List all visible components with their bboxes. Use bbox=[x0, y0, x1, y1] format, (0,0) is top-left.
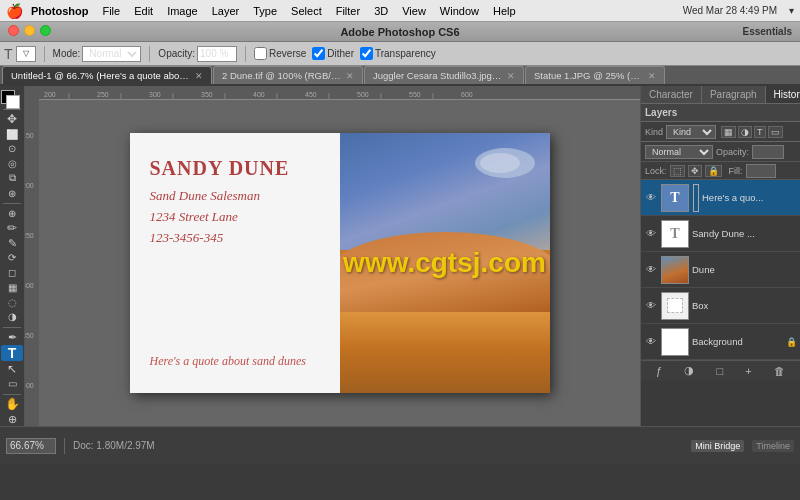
new-layer-btn[interactable]: + bbox=[745, 365, 751, 377]
tool-shape[interactable]: ▭ bbox=[1, 377, 23, 391]
menubar: 🍎 Photoshop File Edit Image Layer Type S… bbox=[0, 0, 800, 22]
layers-panel: Layers Kind Kind ▦ ◑ T ▭ Normal bbox=[641, 104, 800, 426]
layer-item-4[interactable]: 👁 Background 🔒 bbox=[641, 324, 800, 360]
layer-eye-1[interactable]: 👁 bbox=[644, 227, 658, 241]
tool-eraser[interactable]: ◻ bbox=[1, 266, 23, 280]
lock-pixel-btn[interactable]: ⬚ bbox=[670, 165, 685, 177]
tool-preset-icon: T bbox=[4, 46, 13, 62]
mini-bridge-tab[interactable]: Mini Bridge bbox=[691, 440, 744, 452]
transparency-check[interactable] bbox=[360, 47, 373, 60]
menu-layer[interactable]: Layer bbox=[206, 3, 246, 19]
canvas-content[interactable]: SANDY DUNE Sand Dune Salesman 1234 Stree… bbox=[39, 100, 640, 426]
reverse-checkbox[interactable]: Reverse bbox=[254, 47, 306, 60]
close-button[interactable] bbox=[8, 25, 19, 36]
tool-history-brush[interactable]: ⟳ bbox=[1, 251, 23, 265]
tool-quick-select[interactable]: ◎ bbox=[1, 157, 23, 171]
menu-filter[interactable]: Filter bbox=[330, 3, 366, 19]
doc-name: SANDY DUNE bbox=[150, 157, 320, 180]
layer-thumb-3 bbox=[661, 292, 689, 320]
opacity-value[interactable]: 100% bbox=[752, 145, 784, 159]
menu-help[interactable]: Help bbox=[487, 3, 522, 19]
layer-eye-3[interactable]: 👁 bbox=[644, 299, 658, 313]
tool-path-select[interactable]: ↖ bbox=[1, 362, 23, 376]
new-group-btn[interactable]: □ bbox=[717, 365, 724, 377]
tab-close-0[interactable]: ✕ bbox=[195, 71, 203, 81]
timeline-tab[interactable]: Timeline bbox=[752, 440, 794, 452]
menu-select[interactable]: Select bbox=[285, 3, 328, 19]
layer-item-3[interactable]: 👁 Box bbox=[641, 288, 800, 324]
tool-pen[interactable]: ✒ bbox=[1, 330, 23, 344]
opacity-input[interactable] bbox=[197, 46, 237, 62]
tool-crop[interactable]: ⧉ bbox=[1, 172, 23, 186]
blend-mode-select[interactable]: Normal bbox=[645, 145, 713, 159]
tool-heal[interactable]: ⊕ bbox=[1, 207, 23, 221]
datetime-display: Wed Mar 28 4:49 PM bbox=[683, 5, 777, 16]
layer-thumb-2 bbox=[661, 256, 689, 284]
minimize-button[interactable] bbox=[24, 25, 35, 36]
layer-eye-2[interactable]: 👁 bbox=[644, 263, 658, 277]
tool-move[interactable]: ✥ bbox=[1, 112, 23, 126]
menu-type[interactable]: Type bbox=[247, 3, 283, 19]
filter-shape-icon[interactable]: ▭ bbox=[768, 126, 783, 138]
filter-pixel-icon[interactable]: ▦ bbox=[721, 126, 736, 138]
zoom-input[interactable] bbox=[6, 438, 56, 454]
menu-view[interactable]: View bbox=[396, 3, 432, 19]
lock-pos-btn[interactable]: ✥ bbox=[688, 165, 702, 177]
tab-close-3[interactable]: ✕ bbox=[648, 71, 656, 81]
svg-text:250: 250 bbox=[97, 91, 109, 98]
tool-eyedropper[interactable]: ⊛ bbox=[1, 186, 23, 200]
tab-1[interactable]: 2 Dune.tif @ 100% (RGB/8#) ✕ bbox=[213, 66, 363, 84]
menu-photoshop[interactable]: Photoshop bbox=[25, 3, 94, 19]
svg-text:600: 600 bbox=[461, 91, 473, 98]
tab-close-1[interactable]: ✕ bbox=[346, 71, 354, 81]
svg-text:300: 300 bbox=[25, 282, 34, 289]
tool-lasso[interactable]: ⊙ bbox=[1, 142, 23, 156]
menu-3d[interactable]: 3D bbox=[368, 3, 394, 19]
menu-file[interactable]: File bbox=[96, 3, 126, 19]
traffic-lights bbox=[8, 25, 51, 36]
layer-eye-4[interactable]: 👁 bbox=[644, 335, 658, 349]
tool-dodge[interactable]: ◑ bbox=[1, 310, 23, 324]
tab-close-2[interactable]: ✕ bbox=[507, 71, 515, 81]
add-mask-btn[interactable]: ◑ bbox=[684, 364, 694, 377]
menu-image[interactable]: Image bbox=[161, 3, 204, 19]
add-style-btn[interactable]: ƒ bbox=[656, 365, 662, 377]
tab-history[interactable]: History bbox=[766, 86, 800, 103]
tab-2[interactable]: Juggler Cesara Studillo3.jpg @ 50% (RGB/… bbox=[364, 66, 524, 84]
essentials-button[interactable]: Essentials bbox=[743, 26, 792, 37]
tab-character[interactable]: Character bbox=[641, 86, 702, 103]
filter-kind-select[interactable]: Kind bbox=[666, 125, 716, 139]
fill-value[interactable]: 100% bbox=[746, 164, 776, 178]
menu-window[interactable]: Window bbox=[434, 3, 485, 19]
layer-item-1[interactable]: 👁 T Sandy Dune ... bbox=[641, 216, 800, 252]
transparency-checkbox[interactable]: Transparency bbox=[360, 47, 436, 60]
layer-item-2[interactable]: 👁 Dune bbox=[641, 252, 800, 288]
tab-paragraph[interactable]: Paragraph bbox=[702, 86, 766, 103]
delete-layer-btn[interactable]: 🗑 bbox=[774, 365, 785, 377]
apple-menu[interactable]: 🍎 bbox=[6, 3, 23, 19]
color-swatch[interactable] bbox=[1, 90, 23, 104]
tab-0[interactable]: Untitled-1 @ 66.7% (Here's a quote about… bbox=[2, 66, 212, 84]
tool-zoom[interactable]: ⊕ bbox=[1, 412, 23, 426]
tab-3[interactable]: Statue 1.JPG @ 25% (RGB/8) ✕ bbox=[525, 66, 665, 84]
tool-hand[interactable]: ✋ bbox=[1, 397, 23, 411]
tool-type[interactable]: T bbox=[1, 345, 23, 361]
canvas-area[interactable]: 200 250 300 350 400 450 500 550 600 150 … bbox=[25, 86, 640, 426]
layer-eye-0[interactable]: 👁 bbox=[644, 191, 658, 205]
menu-edit[interactable]: Edit bbox=[128, 3, 159, 19]
wifi-icon: ▾ bbox=[789, 5, 794, 16]
tool-clone[interactable]: ✎ bbox=[1, 236, 23, 250]
mode-select[interactable]: Normal bbox=[82, 46, 141, 62]
tool-marquee[interactable]: ⬜ bbox=[1, 127, 23, 141]
maximize-button[interactable] bbox=[40, 25, 51, 36]
layer-item-0[interactable]: 👁 T Here's a quo... bbox=[641, 180, 800, 216]
filter-type-icon[interactable]: T bbox=[754, 126, 766, 138]
tool-gradient[interactable]: ▦ bbox=[1, 280, 23, 294]
dither-checkbox[interactable]: Dither bbox=[312, 47, 354, 60]
lock-all-btn[interactable]: 🔒 bbox=[705, 165, 722, 177]
dither-check[interactable] bbox=[312, 47, 325, 60]
reverse-check[interactable] bbox=[254, 47, 267, 60]
tool-blur[interactable]: ◌ bbox=[1, 295, 23, 309]
tool-brush[interactable]: ✏ bbox=[1, 221, 23, 235]
filter-adj-icon[interactable]: ◑ bbox=[738, 126, 752, 138]
